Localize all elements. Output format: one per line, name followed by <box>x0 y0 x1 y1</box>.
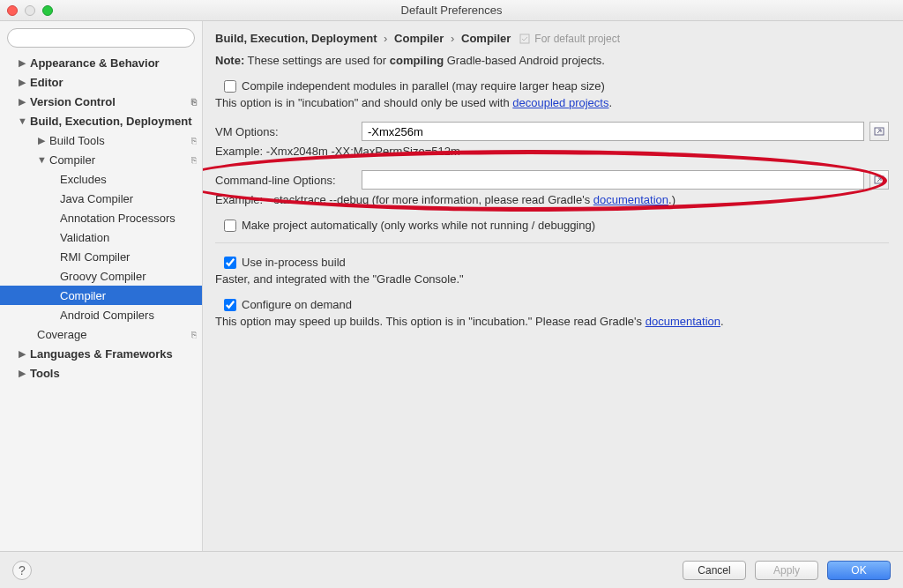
chevron-right-icon: ▶ <box>18 77 26 88</box>
project-badge-icon: ⎘ <box>191 97 197 107</box>
breadcrumb: Build, Execution, Deployment › Compiler … <box>215 32 889 45</box>
in-process-row: Use in-process build <box>224 256 889 269</box>
chevron-right-icon: ▶ <box>18 368 26 379</box>
window-titlebar: Default Preferences <box>0 0 903 21</box>
sidebar-item-editor[interactable]: ▶Editor <box>0 72 202 92</box>
project-badge-icon: ⎘ <box>191 330 197 339</box>
breadcrumb-part: Compiler <box>461 32 511 45</box>
chevron-right-icon: ▶ <box>18 96 26 108</box>
vm-options-row: VM Options: <box>215 122 889 141</box>
make-auto-checkbox[interactable] <box>224 220 236 232</box>
sidebar-item-java-compiler[interactable]: Java Compiler <box>0 189 202 208</box>
dialog-footer: ? Cancel Apply OK <box>0 551 903 588</box>
chevron-right-icon: ▶ <box>37 135 46 146</box>
configure-on-demand-label: Configure on demand <box>242 298 352 311</box>
vm-options-example: Example: -Xmx2048m -XX:MaxPermSize=512m <box>215 145 889 158</box>
sidebar-item-languages-frameworks[interactable]: ▶Languages & Frameworks <box>0 344 202 363</box>
sidebar-item-tools[interactable]: ▶Tools <box>0 363 202 383</box>
cmd-options-example: Example: --stacktrace --debug (for more … <box>215 193 889 206</box>
make-auto-label: Make project automatically (only works w… <box>242 219 595 232</box>
apply-button[interactable]: Apply <box>755 561 818 580</box>
sidebar-item-label: Build Tools <box>49 134 191 147</box>
expand-vm-options-button[interactable] <box>869 122 889 141</box>
expand-icon <box>874 126 884 137</box>
sidebar-item-build-execution-deployment[interactable]: ▼Build, Execution, Deployment <box>0 111 202 130</box>
cmd-options-label: Command-line Options: <box>215 174 362 187</box>
note-prefix: Note: <box>215 54 244 67</box>
project-badge-icon: ⎘ <box>191 136 197 145</box>
sidebar-item-label: Excludes <box>60 173 197 186</box>
reset-icon <box>519 33 530 44</box>
sidebar-item-label: Java Compiler <box>60 192 197 205</box>
sidebar-item-rmi-compiler[interactable]: RMI Compiler <box>0 247 202 266</box>
configure-on-demand-checkbox[interactable] <box>224 299 236 311</box>
sidebar-item-label: Appearance & Behavior <box>30 56 197 70</box>
chevron-right-icon: ▶ <box>18 57 26 69</box>
preferences-tree: ▶Appearance & Behavior ▶Editor ▶Version … <box>0 53 202 391</box>
separator <box>215 242 889 243</box>
sidebar-item-groovy-compiler[interactable]: Groovy Compiler <box>0 266 202 286</box>
sidebar-item-label: Build, Execution, Deployment <box>30 115 197 128</box>
search-input[interactable] <box>7 28 195 48</box>
note-text: Note: These settings are used for compil… <box>215 54 889 67</box>
sidebar-item-appearance[interactable]: ▶Appearance & Behavior <box>0 53 202 72</box>
decoupled-projects-link[interactable]: decoupled projects <box>512 96 608 109</box>
breadcrumb-part: Build, Execution, Deployment <box>215 32 377 45</box>
configure-on-demand-row: Configure on demand <box>224 298 889 311</box>
compile-parallel-row: Compile independent modules in parallel … <box>224 79 889 93</box>
sidebar-item-label: Coverage <box>37 328 191 341</box>
project-badge-icon: ⎘ <box>191 155 197 165</box>
in-process-desc: Faster, and integrated with the "Gradle … <box>215 272 889 286</box>
compile-parallel-checkbox[interactable] <box>224 80 236 93</box>
sidebar-item-label: Editor <box>30 76 197 89</box>
for-default-project-label: For default project <box>519 33 620 45</box>
help-button[interactable]: ? <box>12 561 32 580</box>
compile-parallel-label: Compile independent modules in parallel … <box>242 79 605 93</box>
gradle-doc-link[interactable]: documentation <box>593 193 668 206</box>
expand-icon <box>874 175 884 185</box>
sidebar-item-version-control[interactable]: ▶Version Control⎘ <box>0 92 202 111</box>
chevron-down-icon: ▼ <box>18 115 26 126</box>
sidebar-item-label: Android Compilers <box>60 309 197 322</box>
ok-button[interactable]: OK <box>827 561 891 580</box>
sidebar-item-label: Compiler <box>60 289 197 302</box>
in-process-checkbox[interactable] <box>224 257 236 269</box>
for-default-project-text: For default project <box>534 33 620 45</box>
preferences-sidebar: ▶Appearance & Behavior ▶Editor ▶Version … <box>0 21 203 551</box>
vm-options-label: VM Options: <box>215 125 362 138</box>
sidebar-item-label: Annotation Processors <box>60 212 197 225</box>
sidebar-item-label: Groovy Compiler <box>60 270 197 283</box>
vm-options-input[interactable] <box>362 122 864 141</box>
in-process-label: Use in-process build <box>242 256 346 269</box>
sidebar-item-android-compiler[interactable]: Compiler <box>0 286 202 305</box>
sidebar-item-label: Languages & Frameworks <box>30 347 197 361</box>
sidebar-item-label: Validation <box>60 231 197 244</box>
svg-rect-2 <box>520 34 529 43</box>
gradle-doc-link-2[interactable]: documentation <box>646 315 720 328</box>
sidebar-item-coverage[interactable]: Coverage⎘ <box>0 324 202 344</box>
sidebar-item-excludes[interactable]: Excludes <box>0 169 202 189</box>
sidebar-item-validation[interactable]: Validation <box>0 227 202 247</box>
chevron-right-icon: ▶ <box>18 348 26 360</box>
preferences-content: Build, Execution, Deployment › Compiler … <box>203 21 903 551</box>
sidebar-item-build-tools[interactable]: ▶Build Tools⎘ <box>0 130 202 150</box>
window-title: Default Preferences <box>0 4 903 17</box>
chevron-down-icon: ▼ <box>37 154 46 165</box>
configure-on-demand-desc: This option may speed up builds. This op… <box>215 315 889 328</box>
expand-cmd-options-button[interactable] <box>869 170 889 190</box>
make-auto-row: Make project automatically (only works w… <box>224 219 889 232</box>
breadcrumb-part: Compiler <box>394 32 444 45</box>
sidebar-item-label: Tools <box>30 367 197 380</box>
sidebar-item-label: Version Control <box>30 95 191 108</box>
sidebar-item-label: Compiler <box>49 153 191 167</box>
sidebar-item-annotation-processors[interactable]: Annotation Processors <box>0 208 202 227</box>
cmd-options-input[interactable] <box>362 170 864 190</box>
cancel-button[interactable]: Cancel <box>683 561 746 580</box>
sidebar-item-android-compilers[interactable]: Android Compilers <box>0 305 202 324</box>
sidebar-item-label: RMI Compiler <box>60 250 197 264</box>
sidebar-item-compiler[interactable]: ▼Compiler⎘ <box>0 150 202 169</box>
incubation-note: This option is in "incubation" and shoul… <box>215 96 889 109</box>
cmd-options-row: Command-line Options: <box>215 170 889 190</box>
